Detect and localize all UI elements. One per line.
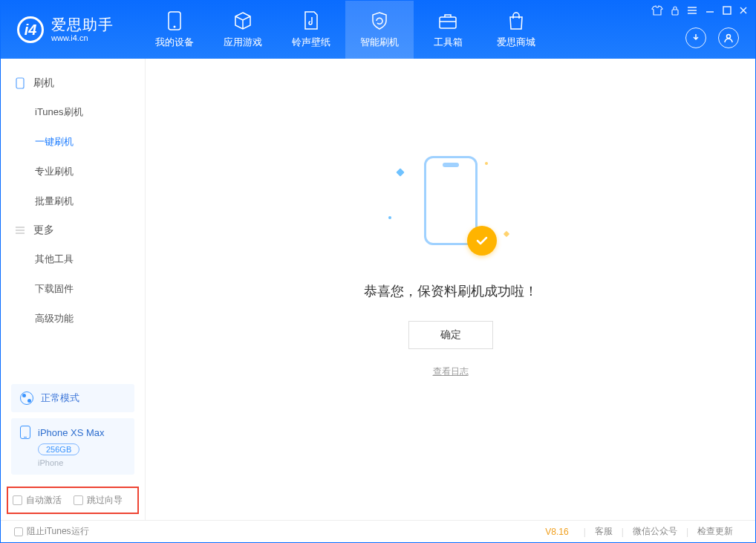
ok-button[interactable]: 确定 (408, 321, 493, 349)
cube-icon (232, 10, 253, 31)
checkbox-label: 阻止iTunes运行 (27, 525, 89, 538)
tab-label: 铃声壁纸 (292, 36, 330, 49)
tab-flash[interactable]: 智能刷机 (345, 1, 414, 59)
checkbox-icon (74, 495, 83, 505)
svg-rect-6 (16, 78, 24, 88)
user-button[interactable] (718, 27, 739, 48)
tab-label: 智能刷机 (360, 36, 399, 49)
list-icon (14, 224, 26, 236)
app-name-en: www.i4.cn (51, 33, 114, 43)
titlebar: i4 爱思助手 www.i4.cn 我的设备 应用游戏 铃声壁纸 智能刷机 (1, 1, 755, 59)
logo-text: 爱思助手 www.i4.cn (51, 16, 114, 43)
tab-my-device[interactable]: 我的设备 (140, 1, 209, 59)
sparkle-icon (396, 168, 404, 176)
checkbox-icon (14, 527, 23, 536)
checkbox-label: 自动激活 (26, 494, 62, 507)
nav-item-itunes-flash[interactable]: iTunes刷机 (1, 97, 145, 127)
tab-apps[interactable]: 应用游戏 (209, 1, 277, 59)
svg-point-5 (727, 35, 731, 39)
footer-link-support[interactable]: 客服 (586, 525, 622, 538)
phone-small-icon (14, 77, 26, 89)
nav-group-flash: 刷机 (1, 69, 145, 97)
main-tabs: 我的设备 应用游戏 铃声壁纸 智能刷机 工具箱 爱思商城 (140, 1, 550, 59)
version-label: V8.16 (545, 527, 568, 537)
footer-link-wechat[interactable]: 微信公众号 (624, 525, 686, 538)
lock-icon[interactable] (671, 5, 680, 18)
checkbox-icon (13, 495, 22, 505)
checkbox-skip-wizard[interactable]: 跳过向导 (74, 494, 123, 507)
success-message: 恭喜您，保资料刷机成功啦！ (364, 282, 538, 300)
checkbox-label: 跳过向导 (87, 494, 123, 507)
nav-item-oneclick-flash[interactable]: 一键刷机 (1, 127, 145, 157)
svg-rect-2 (440, 17, 456, 28)
main-content: 恭喜您，保资料刷机成功啦！ 确定 查看日志 (146, 59, 755, 520)
tab-store[interactable]: 爱思商城 (482, 1, 550, 59)
nav-group-more: 更多 (1, 216, 145, 244)
music-file-icon (301, 10, 322, 31)
app-name-cn: 爱思助手 (51, 16, 114, 33)
check-badge-icon (467, 226, 497, 256)
nav-item-other-tools[interactable]: 其他工具 (1, 244, 145, 274)
sparkle-icon (388, 216, 391, 219)
device-capacity: 256GB (38, 443, 79, 455)
mode-box[interactable]: 正常模式 (11, 384, 134, 412)
svg-rect-4 (723, 7, 731, 14)
flash-options-highlighted: 自动激活 跳过向导 (7, 487, 139, 514)
tshirt-icon[interactable] (651, 5, 663, 18)
nav-item-batch-flash[interactable]: 批量刷机 (1, 186, 145, 216)
nav-item-pro-flash[interactable]: 专业刷机 (1, 157, 145, 186)
phone-icon (164, 10, 185, 31)
minimize-button[interactable] (705, 5, 715, 18)
svg-point-1 (174, 26, 176, 28)
close-button[interactable] (739, 6, 748, 17)
briefcase-icon (437, 10, 458, 31)
nav-group-title: 刷机 (33, 77, 54, 90)
nav-item-advanced[interactable]: 高级功能 (1, 304, 145, 334)
bag-icon (506, 10, 527, 31)
device-name: iPhone XS Max (38, 427, 105, 438)
nav-group-title: 更多 (33, 224, 54, 237)
header-side-buttons (685, 27, 739, 48)
tab-toolbox[interactable]: 工具箱 (414, 1, 482, 59)
device-box[interactable]: iPhone XS Max 256GB iPhone (11, 418, 134, 475)
nav-item-download-firmware[interactable]: 下载固件 (1, 274, 145, 304)
body-area: 刷机 iTunes刷机 一键刷机 专业刷机 批量刷机 更多 其他工具 下载固件 … (1, 59, 755, 520)
view-log-link[interactable]: 查看日志 (433, 365, 469, 378)
menu-icon[interactable] (687, 6, 697, 17)
tab-label: 应用游戏 (224, 36, 262, 49)
footer-link-update[interactable]: 检查更新 (688, 525, 742, 538)
tab-label: 我的设备 (155, 36, 194, 49)
logo-block: i4 爱思助手 www.i4.cn (1, 1, 127, 59)
success-illustration (384, 156, 518, 260)
app-window: i4 爱思助手 www.i4.cn 我的设备 应用游戏 铃声壁纸 智能刷机 (0, 0, 756, 543)
tab-label: 爱思商城 (497, 36, 535, 49)
mode-label: 正常模式 (41, 391, 79, 405)
download-button[interactable] (685, 27, 706, 48)
checkbox-block-itunes[interactable]: 阻止iTunes运行 (14, 525, 89, 538)
tab-label: 工具箱 (434, 36, 463, 49)
sparkle-icon (503, 231, 509, 237)
window-controls (651, 5, 748, 18)
sidebar: 刷机 iTunes刷机 一键刷机 专业刷机 批量刷机 更多 其他工具 下载固件 … (1, 59, 146, 520)
maximize-button[interactable] (723, 6, 731, 17)
device-type: iPhone (38, 458, 126, 467)
checkbox-auto-activate[interactable]: 自动激活 (13, 494, 62, 507)
sparkle-icon (485, 162, 488, 165)
device-phone-icon (20, 426, 30, 439)
footer: 阻止iTunes运行 V8.16 | 客服 | 微信公众号 | 检查更新 (1, 520, 755, 542)
mode-icon (20, 391, 33, 405)
tab-ringtone[interactable]: 铃声壁纸 (277, 1, 345, 59)
svg-rect-3 (672, 10, 678, 15)
nav: 刷机 iTunes刷机 一键刷机 专业刷机 批量刷机 更多 其他工具 下载固件 … (1, 59, 145, 378)
logo-icon: i4 (17, 16, 44, 43)
refresh-shield-icon (369, 10, 390, 31)
device-row: iPhone XS Max (20, 426, 126, 439)
